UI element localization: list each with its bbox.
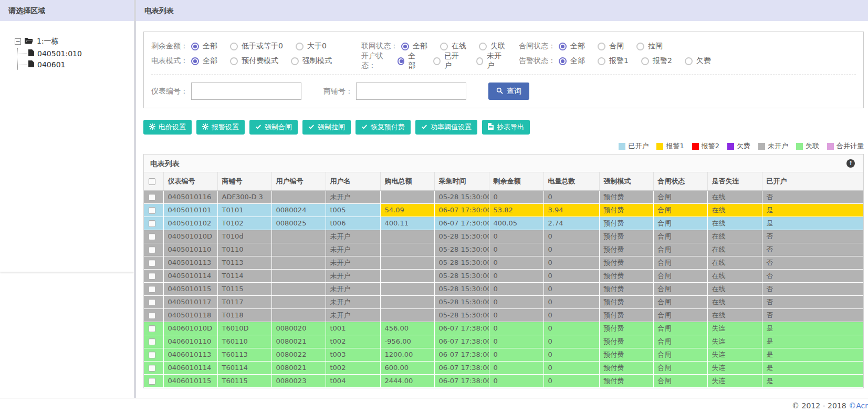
row-checkbox[interactable] (149, 286, 155, 293)
row-checkbox[interactable] (149, 260, 155, 266)
radio-unselected-icon[interactable] (598, 57, 605, 65)
radio-option[interactable]: 预付费模式 (230, 56, 278, 66)
row-checkbox[interactable] (149, 365, 155, 372)
meter-no-input[interactable] (191, 83, 301, 100)
row-checkbox[interactable] (149, 246, 155, 253)
filter-group: 开户状态：全部已开户未开户 (361, 52, 519, 70)
cell: ADF300-D 3 (217, 190, 271, 203)
radio-option[interactable]: 大于0 (296, 42, 327, 51)
radio-option[interactable]: 欠费 (685, 56, 711, 66)
tree-root-node[interactable]: − 1:一栋 (15, 37, 134, 46)
radio-option[interactable]: 全部 (398, 52, 421, 70)
row-checkbox[interactable] (149, 233, 155, 240)
tree-collapse-icon[interactable]: − (15, 38, 21, 45)
cell: 是 (762, 374, 863, 387)
radio-unselected-icon[interactable] (636, 43, 644, 50)
radio-unselected-icon[interactable] (641, 57, 649, 65)
table-row[interactable]: 0405010115T0115未开户05-28 15:30:0000预付费合闸在… (144, 282, 863, 295)
radio-selected-icon[interactable] (559, 57, 567, 65)
radio-unselected-icon[interactable] (296, 43, 304, 50)
toolbar-button[interactable]: 强制合闸 (249, 120, 298, 135)
tree-item[interactable]: 040501:010 (18, 48, 134, 59)
radio-option[interactable]: 在线 (440, 42, 466, 51)
table-row[interactable]: 0406010110T601100080021t002-956.0006-07 … (144, 335, 863, 348)
row-checkbox[interactable] (149, 338, 155, 345)
radio-unselected-icon[interactable] (476, 57, 484, 65)
radio-unselected-icon[interactable] (440, 43, 448, 50)
cell: 预付费 (599, 203, 653, 217)
radio-selected-icon[interactable] (191, 57, 199, 65)
radio-unselected-icon[interactable] (598, 43, 605, 50)
radio-unselected-icon[interactable] (685, 57, 693, 65)
radio-selected-icon[interactable] (398, 57, 405, 65)
row-checkbox[interactable] (149, 325, 155, 332)
tree-item[interactable]: 040601 (18, 59, 134, 70)
radio-option[interactable]: 强制模式 (291, 56, 332, 66)
radio-unselected-icon[interactable] (433, 57, 441, 65)
radio-option[interactable]: 未开户 (476, 52, 506, 70)
copyright-link[interactable]: ©Acr (849, 401, 868, 410)
table-row[interactable]: 0405010110T0110未开户05-28 15:30:0000预付费合闸在… (144, 243, 863, 256)
radio-option[interactable]: 全部 (191, 56, 217, 66)
radio-option[interactable]: 合闸 (598, 42, 624, 51)
toolbar-button[interactable]: 强制拉闸 (302, 120, 351, 135)
row-checkbox[interactable] (149, 273, 155, 280)
row-checkbox[interactable] (149, 220, 155, 227)
radio-option[interactable]: 已开户 (433, 52, 463, 70)
table-row[interactable]: 040601010DT6010D0080020t001456.0006-07 1… (144, 322, 863, 335)
radio-option[interactable]: 报警1 (598, 56, 629, 66)
table-row[interactable]: 040501010DT010d未开户05-28 15:30:0000预付费合闸在… (144, 230, 863, 243)
radio-option[interactable]: 全部 (559, 56, 585, 66)
radio-selected-icon[interactable] (559, 43, 567, 50)
radio-option[interactable]: 全部 (559, 42, 585, 51)
cell: 在线 (707, 269, 762, 282)
toolbar-button[interactable]: 电价设置 (143, 120, 192, 135)
table-row[interactable]: 0405010116ADF300-D 3未开户05-28 15:30:0000预… (144, 190, 863, 203)
radio-option[interactable]: 失联 (479, 42, 505, 51)
radio-selected-icon[interactable] (401, 43, 409, 50)
radio-option[interactable]: 拉闸 (636, 42, 663, 51)
cell: 0 (489, 269, 543, 282)
radio-unselected-icon[interactable] (230, 57, 238, 65)
cell: 合闸 (653, 348, 707, 361)
row-checkbox[interactable] (149, 378, 155, 385)
collapse-panel-icon[interactable]: ↑ (846, 159, 855, 168)
cell: T6010D (217, 322, 271, 335)
table-row[interactable]: 0405010117T0117未开户05-28 15:30:0000预付费合闸在… (144, 295, 863, 308)
table-row[interactable]: 0406010114T601140080021t002600.0006-07 1… (144, 361, 863, 374)
table-row[interactable]: 0405010101T01010080024t00554.0906-07 17:… (144, 203, 863, 217)
radio-option-label: 全部 (570, 42, 585, 51)
radio-selected-icon[interactable] (191, 43, 199, 50)
cell: 0 (489, 230, 543, 243)
row-checkbox[interactable] (149, 312, 155, 319)
table-row[interactable]: 0406010113T601130080022t0031200.0006-07 … (144, 348, 863, 361)
radio-unselected-icon[interactable] (479, 43, 487, 50)
row-checkbox[interactable] (149, 207, 155, 214)
table-row[interactable]: 0405010113T0113未开户05-28 15:30:0000预付费合闸在… (144, 256, 863, 269)
cell: 05-28 15:30:00 (434, 282, 489, 295)
toolbar-button[interactable]: 功率阈值设置 (415, 120, 477, 135)
table-row[interactable]: 0405010118T0118未开户05-28 15:30:0000预付费合闸在… (144, 308, 863, 322)
shop-no-input[interactable] (356, 83, 466, 100)
row-checkbox[interactable] (149, 299, 155, 306)
cell: 0405010117 (163, 295, 217, 308)
row-checkbox[interactable] (149, 194, 155, 201)
toolbar-button[interactable]: 抄表导出 (482, 120, 530, 135)
query-button[interactable]: 查询 (488, 83, 529, 100)
cell: 预付费 (599, 335, 653, 348)
toolbar-button[interactable]: 恢复预付费 (355, 120, 411, 135)
table-row[interactable]: 0405010114T0114未开户05-28 15:30:0000预付费合闸在… (144, 269, 863, 282)
select-all-checkbox[interactable] (149, 178, 155, 185)
toolbar-button[interactable]: 报警设置 (196, 120, 245, 135)
row-checkbox[interactable] (149, 352, 155, 358)
radio-option[interactable]: 全部 (401, 42, 427, 51)
table-row[interactable]: 0405010102T01020080025t006400.1106-07 17… (144, 217, 863, 230)
table-row[interactable]: 0406010115T601150080023t0042444.0006-07 … (144, 374, 863, 387)
radio-option[interactable]: 全部 (191, 42, 217, 51)
radio-option[interactable]: 报警2 (641, 56, 672, 66)
cell: 否 (762, 190, 863, 203)
radio-unselected-icon[interactable] (291, 57, 299, 65)
radio-unselected-icon[interactable] (230, 43, 238, 50)
cell: T0117 (217, 295, 271, 308)
radio-option[interactable]: 低于或等于0 (230, 42, 283, 51)
